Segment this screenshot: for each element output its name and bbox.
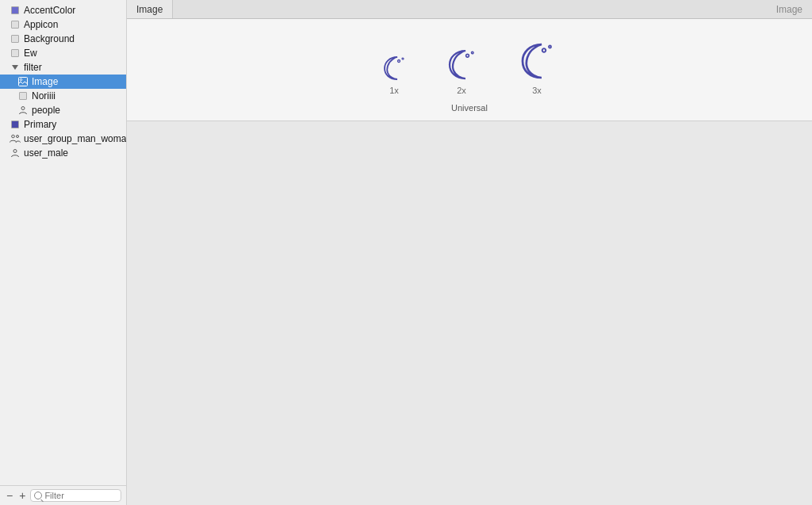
remove-button[interactable]: − bbox=[5, 490, 14, 501]
svg-point-6 bbox=[398, 60, 400, 63]
svg-point-9 bbox=[472, 52, 474, 54]
svg-point-11 bbox=[549, 46, 551, 48]
add-button[interactable]: + bbox=[17, 490, 27, 501]
tab-label: Image bbox=[136, 4, 163, 15]
tab-image[interactable]: Image bbox=[127, 0, 173, 18]
filter-input[interactable] bbox=[44, 491, 117, 500]
app-container: AccentColor Appicon Background bbox=[0, 0, 812, 505]
scale-label-1x: 1x bbox=[389, 86, 399, 95]
svg-point-7 bbox=[402, 58, 404, 59]
preview-icon-2x: 2x bbox=[442, 43, 481, 95]
content-area: 1x 2x bbox=[127, 19, 812, 505]
color-swatch-icon bbox=[10, 33, 21, 44]
sidebar-item-label: Noriiii bbox=[32, 90, 56, 101]
moon-icon-1x bbox=[378, 51, 410, 82]
svg-point-3 bbox=[12, 135, 15, 138]
moon-icon-2x bbox=[442, 43, 481, 82]
sidebar-item-label: Ew bbox=[24, 48, 37, 59]
sidebar-item-label: user_male bbox=[24, 147, 68, 159]
sidebar-item-noriiii[interactable]: Noriiii bbox=[0, 89, 126, 103]
sidebar-bottom-bar: − + bbox=[0, 485, 126, 505]
person-icon bbox=[17, 105, 29, 116]
image-icon bbox=[17, 76, 29, 87]
sidebar-item-primary[interactable]: Primary bbox=[0, 117, 126, 132]
svg-rect-0 bbox=[19, 78, 28, 86]
sidebar-item-label: people bbox=[32, 105, 60, 116]
sidebar-item-label: Background bbox=[24, 33, 75, 44]
main-area: Image Image 1x bbox=[127, 0, 812, 505]
person-male-icon bbox=[10, 147, 21, 159]
sidebar-item-accentcolor[interactable]: AccentColor bbox=[0, 3, 126, 17]
color-swatch-icon bbox=[17, 90, 29, 101]
sidebar-item-label: Appicon bbox=[24, 19, 58, 30]
sidebar-item-ew[interactable]: Ew bbox=[0, 46, 126, 60]
moon-icon-3x bbox=[513, 35, 561, 82]
sidebar-item-label: user_group_man_woman bbox=[24, 133, 126, 144]
svg-point-4 bbox=[17, 136, 19, 138]
sidebar-list: AccentColor Appicon Background bbox=[0, 0, 126, 485]
color-swatch-icon bbox=[10, 119, 21, 130]
triangle-down-icon bbox=[10, 62, 21, 73]
sidebar-item-label: Image bbox=[32, 76, 58, 87]
universal-label: Universal bbox=[451, 103, 488, 113]
sidebar-item-people[interactable]: people bbox=[0, 103, 126, 117]
filter-input-wrap bbox=[30, 489, 121, 502]
preview-icon-3x: 3x bbox=[513, 35, 561, 95]
tab-right-label: Image bbox=[767, 0, 812, 18]
color-swatch-icon bbox=[10, 19, 21, 30]
sidebar-item-user-male[interactable]: user_male bbox=[0, 146, 126, 160]
preview-icon-1x: 1x bbox=[378, 51, 410, 95]
sidebar-item-filter[interactable]: filter bbox=[0, 60, 126, 75]
preview-section: 1x 2x bbox=[127, 19, 812, 121]
person-group-icon bbox=[10, 133, 21, 144]
sidebar-item-background[interactable]: Background bbox=[0, 32, 126, 46]
sidebar-item-image[interactable]: Image bbox=[0, 75, 126, 89]
scale-label-2x: 2x bbox=[457, 86, 466, 95]
lower-content bbox=[127, 121, 812, 505]
sidebar-item-label: filter bbox=[24, 62, 42, 73]
sidebar-item-appicon[interactable]: Appicon bbox=[0, 17, 126, 32]
color-swatch-icon bbox=[10, 5, 21, 16]
sidebar-item-user-group-man-woman[interactable]: user_group_man_woman bbox=[0, 132, 126, 146]
sidebar-item-label: Primary bbox=[24, 119, 56, 130]
svg-point-5 bbox=[13, 150, 17, 153]
tab-bar: Image Image bbox=[127, 0, 812, 19]
scale-label-3x: 3x bbox=[532, 86, 542, 95]
svg-point-1 bbox=[20, 78, 21, 80]
sidebar: AccentColor Appicon Background bbox=[0, 0, 127, 505]
sidebar-item-label: AccentColor bbox=[24, 5, 75, 16]
svg-point-10 bbox=[542, 48, 546, 52]
search-icon bbox=[34, 492, 42, 499]
tab-right-label-text: Image bbox=[776, 4, 802, 15]
color-swatch-icon bbox=[10, 48, 21, 59]
svg-point-8 bbox=[466, 54, 469, 57]
svg-point-2 bbox=[21, 107, 25, 110]
preview-icons-row: 1x 2x bbox=[378, 35, 561, 95]
